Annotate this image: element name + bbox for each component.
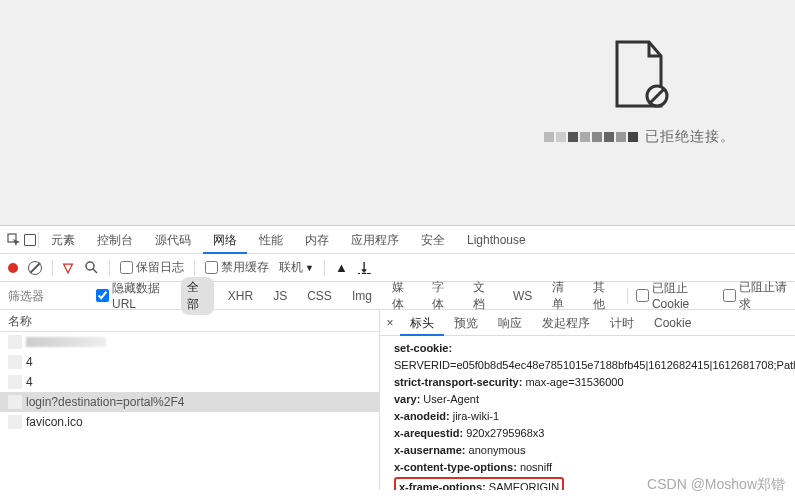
request-row[interactable]: 4 [0, 372, 379, 392]
request-row[interactable]: 4 [0, 352, 379, 372]
filter-manifest[interactable]: 清单 [546, 277, 578, 315]
tab-memory[interactable]: 内存 [295, 226, 339, 254]
dtab-cookie[interactable]: Cookie [644, 310, 701, 336]
header-row: x-arequestid: 920x2795968x3 [394, 425, 781, 442]
hide-data-urls-checkbox[interactable]: 隐藏数据 URL [96, 280, 173, 311]
header-row: x-anodeid: jira-wiki-1 [394, 408, 781, 425]
blurred-host [543, 129, 639, 145]
filter-input[interactable] [8, 289, 88, 303]
disable-cache-checkbox[interactable]: 禁用缓存 [205, 259, 269, 276]
filter-img[interactable]: Img [346, 287, 378, 305]
chevron-down-icon: ▼ [305, 263, 314, 273]
request-row[interactable]: favicon.ico [0, 412, 379, 432]
file-icon [8, 335, 22, 349]
throttling-select[interactable]: 联机 ▼ [279, 259, 314, 276]
tab-console[interactable]: 控制台 [87, 226, 143, 254]
record-icon[interactable] [8, 263, 18, 273]
tab-elements[interactable]: 元素 [41, 226, 85, 254]
page-viewport: 已拒绝连接。 [0, 0, 795, 225]
filter-bar: 隐藏数据 URL 全部 XHR JS CSS Img 媒体 字体 文档 WS 清… [0, 282, 795, 310]
tab-network[interactable]: 网络 [203, 226, 247, 254]
error-message: 已拒绝连接。 [543, 128, 735, 146]
close-icon[interactable]: × [380, 316, 400, 330]
tab-application[interactable]: 应用程序 [341, 226, 409, 254]
blurred-name [26, 337, 106, 347]
tab-lighthouse[interactable]: Lighthouse [457, 226, 536, 254]
name-header: 名称 [0, 310, 379, 332]
filter-css[interactable]: CSS [301, 287, 338, 305]
dtab-headers[interactable]: 标头 [400, 310, 444, 336]
filter-other[interactable]: 其他 [587, 277, 619, 315]
filter-js[interactable]: JS [267, 287, 293, 305]
divider [38, 232, 39, 248]
svg-point-3 [86, 262, 94, 270]
header-row: set-cookie: SERVERID=e05f0b8d54ec48e7851… [394, 340, 781, 374]
filter-media[interactable]: 媒体 [386, 277, 418, 315]
filter-ws[interactable]: WS [507, 287, 538, 305]
preserve-log-checkbox[interactable]: 保留日志 [120, 259, 184, 276]
filter-font[interactable]: 字体 [426, 277, 458, 315]
header-row: vary: User-Agent [394, 391, 781, 408]
download-icon[interactable]: ⭳ [358, 260, 371, 275]
tab-performance[interactable]: 性能 [249, 226, 293, 254]
blocked-request-checkbox[interactable]: 已阻止请求 [723, 279, 787, 313]
upload-icon[interactable]: ▲ [335, 260, 348, 275]
svg-line-4 [93, 269, 97, 273]
header-row: strict-transport-security: max-age=31536… [394, 374, 781, 391]
request-name-column: 名称 4 4 login?destination=portal%2F4 favi… [0, 310, 380, 490]
file-icon [8, 415, 22, 429]
clear-icon[interactable] [28, 261, 42, 275]
filter-icon[interactable]: ▽ [63, 260, 73, 275]
devtools-tabs: 元素 控制台 源代码 网络 性能 内存 应用程序 安全 Lighthouse [0, 226, 795, 254]
filter-xhr[interactable]: XHR [222, 287, 259, 305]
divider [52, 260, 53, 276]
divider [324, 260, 325, 276]
request-row-selected[interactable]: login?destination=portal%2F4 [0, 392, 379, 412]
dtab-response[interactable]: 响应 [488, 310, 532, 336]
search-icon[interactable] [83, 260, 99, 276]
network-content: 名称 4 4 login?destination=portal%2F4 favi… [0, 310, 795, 490]
connection-refused-block: 已拒绝连接。 [543, 40, 735, 146]
request-detail: × 标头 预览 响应 发起程序 计时 Cookie set-cookie: SE… [380, 310, 795, 490]
dtab-preview[interactable]: 预览 [444, 310, 488, 336]
header-row: x-frame-options: SAMEORIGIN [394, 477, 564, 490]
file-icon [8, 375, 22, 389]
dtab-timing[interactable]: 计时 [600, 310, 644, 336]
blocked-cookie-checkbox[interactable]: 已阻止 Cookie [636, 280, 715, 311]
request-row[interactable] [0, 332, 379, 352]
header-row: x-ausername: anonymous [394, 442, 781, 459]
device-toggle-icon[interactable] [24, 234, 36, 246]
divider [194, 260, 195, 276]
file-icon [8, 395, 22, 409]
divider [109, 260, 110, 276]
detail-tabs: × 标头 预览 响应 发起程序 计时 Cookie [380, 310, 795, 336]
broken-page-icon [609, 40, 669, 110]
devtools-panel: 元素 控制台 源代码 网络 性能 内存 应用程序 安全 Lighthouse ▽… [0, 225, 795, 490]
dtab-initiator[interactable]: 发起程序 [532, 310, 600, 336]
inspect-icon[interactable] [6, 232, 22, 248]
header-row: x-content-type-options: nosniff [394, 459, 781, 476]
filter-all[interactable]: 全部 [181, 277, 213, 315]
watermark: CSDN @Moshow郑锴 [647, 476, 785, 494]
filter-doc[interactable]: 文档 [467, 277, 499, 315]
file-icon [8, 355, 22, 369]
tab-sources[interactable]: 源代码 [145, 226, 201, 254]
tab-security[interactable]: 安全 [411, 226, 455, 254]
response-headers-list: set-cookie: SERVERID=e05f0b8d54ec48e7851… [380, 336, 795, 490]
divider [627, 288, 628, 304]
